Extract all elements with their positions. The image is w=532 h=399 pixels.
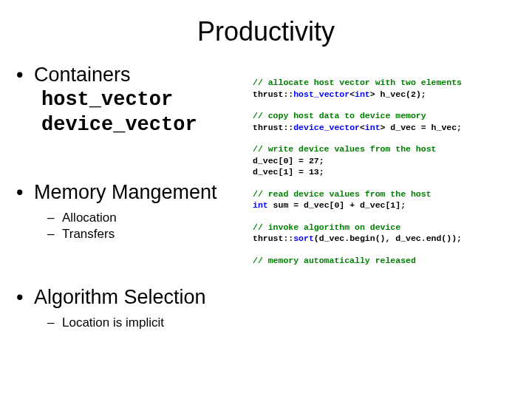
code-line: d_vec[1] = 13; (253, 166, 523, 178)
code-invoke: // invoke algorithm on device thrust::so… (253, 222, 523, 245)
code-write-device: // write device values from the host d_v… (253, 143, 523, 178)
mono-device-vector: device_vector (41, 113, 253, 138)
bullet-algorithm: Algorithm Selection Location is implicit (16, 286, 253, 332)
code-line: thrust::host_vector<int> h_vec(2); (253, 89, 523, 100)
code-comment: // copy host data to device memory (253, 110, 523, 122)
sub-transfers: Transfers (47, 226, 253, 243)
slide-title: Productivity (0, 0, 532, 56)
code-comment: // invoke algorithm on device (253, 222, 523, 233)
left-column: Containers host_vector device_vector Mem… (9, 64, 253, 352)
sub-location: Location is implicit (47, 315, 253, 332)
code-comment: // memory automatically released (253, 255, 523, 267)
mono-host-vector: host_vector (41, 88, 253, 113)
bullet-containers: Containers host_vector device_vector (16, 64, 253, 138)
slide-content: Containers host_vector device_vector Mem… (0, 56, 532, 352)
bullet-text: Memory Mangement (16, 181, 253, 204)
bullet-text: Algorithm Selection (16, 286, 253, 309)
code-released: // memory automatically released (253, 255, 523, 267)
code-comment: // read device values from the host (253, 188, 523, 200)
code-column: // allocate host vector with two element… (253, 64, 523, 352)
code-line: thrust::device_vector<int> d_vec = h_vec… (253, 122, 523, 134)
code-comment: // allocate host vector with two element… (253, 77, 523, 89)
code-line: int sum = d_vec[0] + d_vec[1]; (253, 200, 523, 211)
bullet-text: Containers (16, 64, 253, 86)
code-line: d_vec[0] = 27; (253, 155, 523, 167)
code-alloc-host: // allocate host vector with two element… (253, 77, 523, 100)
code-line: thrust::sort(d_vec.begin(), d_vec.end())… (253, 233, 523, 245)
sub-allocation: Allocation (47, 210, 253, 227)
code-read-device: // read device values from the host int … (253, 188, 523, 211)
code-copy-device: // copy host data to device memory thrus… (253, 110, 523, 133)
bullet-memory: Memory Mangement Allocation Transfers (16, 181, 253, 244)
code-comment: // write device values from the host (253, 143, 523, 155)
